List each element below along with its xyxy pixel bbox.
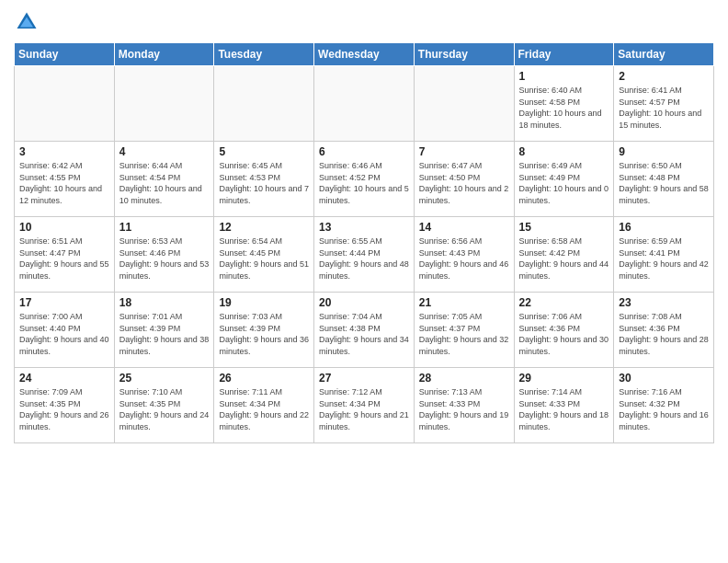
calendar-cell: 10Sunrise: 6:51 AM Sunset: 4:47 PM Dayli… [15, 217, 115, 293]
day-number: 6 [319, 145, 409, 158]
day-info: Sunrise: 6:42 AM Sunset: 4:55 PM Dayligh… [19, 160, 109, 206]
weekday-header-row: SundayMondayTuesdayWednesdayThursdayFrid… [15, 43, 714, 66]
calendar-cell: 20Sunrise: 7:04 AM Sunset: 4:38 PM Dayli… [314, 293, 415, 368]
day-info: Sunrise: 7:01 AM Sunset: 4:39 PM Dayligh… [119, 311, 210, 357]
day-info: Sunrise: 7:09 AM Sunset: 4:35 PM Dayligh… [19, 386, 109, 432]
day-number: 26 [219, 372, 309, 385]
day-number: 22 [519, 296, 609, 309]
day-info: Sunrise: 6:47 AM Sunset: 4:50 PM Dayligh… [419, 160, 509, 206]
weekday-header: Thursday [414, 43, 514, 66]
calendar-week-row: 1Sunrise: 6:40 AM Sunset: 4:58 PM Daylig… [15, 66, 714, 142]
calendar-cell [414, 66, 514, 142]
day-info: Sunrise: 6:45 AM Sunset: 4:53 PM Dayligh… [219, 160, 309, 206]
calendar-cell: 28Sunrise: 7:13 AM Sunset: 4:33 PM Dayli… [414, 368, 514, 443]
day-info: Sunrise: 6:40 AM Sunset: 4:58 PM Dayligh… [519, 85, 609, 131]
calendar-cell: 2Sunrise: 6:41 AM Sunset: 4:57 PM Daylig… [614, 66, 714, 142]
day-number: 16 [619, 221, 709, 234]
calendar-cell [314, 66, 415, 142]
day-number: 23 [619, 296, 709, 309]
day-number: 13 [319, 221, 409, 234]
day-info: Sunrise: 6:41 AM Sunset: 4:57 PM Dayligh… [619, 85, 709, 131]
calendar-week-row: 10Sunrise: 6:51 AM Sunset: 4:47 PM Dayli… [15, 217, 714, 293]
calendar-cell: 23Sunrise: 7:08 AM Sunset: 4:36 PM Dayli… [614, 293, 714, 368]
calendar-week-row: 17Sunrise: 7:00 AM Sunset: 4:40 PM Dayli… [15, 293, 714, 368]
calendar-cell: 7Sunrise: 6:47 AM Sunset: 4:50 PM Daylig… [414, 142, 514, 217]
day-number: 2 [619, 70, 709, 83]
day-info: Sunrise: 7:08 AM Sunset: 4:36 PM Dayligh… [619, 311, 709, 357]
calendar-cell: 1Sunrise: 6:40 AM Sunset: 4:58 PM Daylig… [514, 66, 614, 142]
weekday-header: Wednesday [314, 43, 415, 66]
day-info: Sunrise: 7:06 AM Sunset: 4:36 PM Dayligh… [519, 311, 609, 357]
day-info: Sunrise: 7:12 AM Sunset: 4:34 PM Dayligh… [319, 386, 409, 432]
day-info: Sunrise: 7:11 AM Sunset: 4:34 PM Dayligh… [219, 386, 309, 432]
logo [14, 9, 43, 35]
calendar-cell: 24Sunrise: 7:09 AM Sunset: 4:35 PM Dayli… [15, 368, 115, 443]
calendar-cell: 11Sunrise: 6:53 AM Sunset: 4:46 PM Dayli… [114, 217, 214, 293]
day-number: 29 [519, 372, 609, 385]
page-container: SundayMondayTuesdayWednesdayThursdayFrid… [0, 0, 728, 453]
header [14, 9, 714, 35]
calendar-cell: 30Sunrise: 7:16 AM Sunset: 4:32 PM Dayli… [614, 368, 714, 443]
weekday-header: Monday [114, 43, 214, 66]
day-info: Sunrise: 6:46 AM Sunset: 4:52 PM Dayligh… [319, 160, 409, 206]
day-number: 9 [619, 145, 709, 158]
day-info: Sunrise: 7:14 AM Sunset: 4:33 PM Dayligh… [519, 386, 609, 432]
day-number: 19 [219, 296, 309, 309]
day-number: 4 [119, 145, 210, 158]
day-info: Sunrise: 6:44 AM Sunset: 4:54 PM Dayligh… [119, 160, 210, 206]
day-info: Sunrise: 6:53 AM Sunset: 4:46 PM Dayligh… [119, 236, 210, 282]
calendar-cell: 5Sunrise: 6:45 AM Sunset: 4:53 PM Daylig… [214, 142, 314, 217]
weekday-header: Sunday [15, 43, 115, 66]
calendar-cell: 9Sunrise: 6:50 AM Sunset: 4:48 PM Daylig… [614, 142, 714, 217]
day-info: Sunrise: 7:16 AM Sunset: 4:32 PM Dayligh… [619, 386, 709, 432]
calendar-cell: 17Sunrise: 7:00 AM Sunset: 4:40 PM Dayli… [15, 293, 115, 368]
calendar-cell: 26Sunrise: 7:11 AM Sunset: 4:34 PM Dayli… [214, 368, 314, 443]
calendar-cell: 3Sunrise: 6:42 AM Sunset: 4:55 PM Daylig… [15, 142, 115, 217]
day-number: 12 [219, 221, 309, 234]
calendar-cell: 4Sunrise: 6:44 AM Sunset: 4:54 PM Daylig… [114, 142, 214, 217]
day-number: 10 [19, 221, 109, 234]
day-number: 14 [419, 221, 509, 234]
calendar-cell [114, 66, 214, 142]
day-info: Sunrise: 6:59 AM Sunset: 4:41 PM Dayligh… [619, 236, 709, 282]
day-number: 15 [519, 221, 609, 234]
calendar-cell: 25Sunrise: 7:10 AM Sunset: 4:35 PM Dayli… [114, 368, 214, 443]
calendar-cell: 13Sunrise: 6:55 AM Sunset: 4:44 PM Dayli… [314, 217, 415, 293]
day-info: Sunrise: 7:03 AM Sunset: 4:39 PM Dayligh… [219, 311, 309, 357]
calendar-cell: 15Sunrise: 6:58 AM Sunset: 4:42 PM Dayli… [514, 217, 614, 293]
calendar-week-row: 3Sunrise: 6:42 AM Sunset: 4:55 PM Daylig… [15, 142, 714, 217]
day-info: Sunrise: 7:05 AM Sunset: 4:37 PM Dayligh… [419, 311, 509, 357]
calendar-cell: 18Sunrise: 7:01 AM Sunset: 4:39 PM Dayli… [114, 293, 214, 368]
day-number: 27 [319, 372, 409, 385]
day-number: 18 [119, 296, 210, 309]
calendar-cell: 21Sunrise: 7:05 AM Sunset: 4:37 PM Dayli… [414, 293, 514, 368]
day-number: 21 [419, 296, 509, 309]
calendar-cell: 29Sunrise: 7:14 AM Sunset: 4:33 PM Dayli… [514, 368, 614, 443]
calendar-cell [214, 66, 314, 142]
calendar-cell: 6Sunrise: 6:46 AM Sunset: 4:52 PM Daylig… [314, 142, 415, 217]
day-info: Sunrise: 6:58 AM Sunset: 4:42 PM Dayligh… [519, 236, 609, 282]
day-number: 7 [419, 145, 509, 158]
calendar-cell: 12Sunrise: 6:54 AM Sunset: 4:45 PM Dayli… [214, 217, 314, 293]
day-number: 28 [419, 372, 509, 385]
calendar-cell: 14Sunrise: 6:56 AM Sunset: 4:43 PM Dayli… [414, 217, 514, 293]
day-number: 5 [219, 145, 309, 158]
day-info: Sunrise: 6:56 AM Sunset: 4:43 PM Dayligh… [419, 236, 509, 282]
calendar-cell: 27Sunrise: 7:12 AM Sunset: 4:34 PM Dayli… [314, 368, 415, 443]
day-number: 25 [119, 372, 210, 385]
day-info: Sunrise: 7:10 AM Sunset: 4:35 PM Dayligh… [119, 386, 210, 432]
day-number: 24 [19, 372, 109, 385]
day-info: Sunrise: 6:49 AM Sunset: 4:49 PM Dayligh… [519, 160, 609, 206]
day-number: 11 [119, 221, 210, 234]
day-number: 3 [19, 145, 109, 158]
day-number: 30 [619, 372, 709, 385]
day-number: 17 [19, 296, 109, 309]
day-number: 8 [519, 145, 609, 158]
day-info: Sunrise: 6:54 AM Sunset: 4:45 PM Dayligh… [219, 236, 309, 282]
weekday-header: Friday [514, 43, 614, 66]
calendar: SundayMondayTuesdayWednesdayThursdayFrid… [14, 42, 714, 443]
calendar-week-row: 24Sunrise: 7:09 AM Sunset: 4:35 PM Dayli… [15, 368, 714, 443]
calendar-cell: 8Sunrise: 6:49 AM Sunset: 4:49 PM Daylig… [514, 142, 614, 217]
day-info: Sunrise: 6:50 AM Sunset: 4:48 PM Dayligh… [619, 160, 709, 206]
calendar-cell: 16Sunrise: 6:59 AM Sunset: 4:41 PM Dayli… [614, 217, 714, 293]
